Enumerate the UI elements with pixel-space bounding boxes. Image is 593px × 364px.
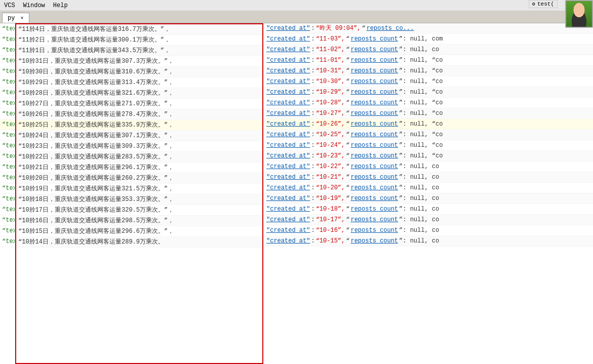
meta-key: "created_at" <box>266 215 310 225</box>
table-row: “10朎26日，重庆轨道交通线网客运量278.4万乘次。”， <box>16 109 262 120</box>
key-cell: “text”: <box>0 34 15 45</box>
table-row: "created_at": “昨天 09:04”, “ reposts_co..… <box>265 23 593 34</box>
menu-window[interactable]: Window <box>23 2 45 9</box>
null-value: ”: null, “co <box>399 119 443 129</box>
null-value: ”: null, co <box>399 215 439 225</box>
reposts-key: reposts_count <box>350 183 398 193</box>
reposts-key: reposts_count <box>350 98 398 108</box>
table-row: "created_at": “10-19”, “ reposts_count”:… <box>265 193 593 204</box>
date-value: “10-21”, <box>316 172 345 182</box>
key-cell: “text”: <box>0 56 15 66</box>
table-row: "created_at": “10-20”, “ reposts_count”:… <box>265 183 593 193</box>
key-cell: “text”: <box>0 130 15 141</box>
table-row: "created_at": “10-27”, “ reposts_count”:… <box>265 108 593 119</box>
table-row: "created_at": “11-03”, “ reposts_count”:… <box>265 34 593 45</box>
table-row: "created_at": “10-28”, “ reposts_count”:… <box>265 98 593 108</box>
meta-key: "created_at" <box>266 140 310 150</box>
app-window: VCS Window Help ⚙ test( py × “text”:“tex… <box>0 0 593 364</box>
reposts-key: reposts_count <box>350 193 398 204</box>
meta-key: "created_at" <box>266 151 310 161</box>
date-value: “10-16”, <box>316 225 345 235</box>
table-row: "created_at": “10-26”, “ reposts_count”:… <box>265 119 593 130</box>
meta-key: "created_at" <box>266 45 310 55</box>
null-value: ”: null, co <box>399 193 439 204</box>
meta-key: "created_at" <box>266 225 310 235</box>
left-data-items: “11朎4日，重庆轨道交通线网客运量316.7万乘次。”，“11朎2日，重庆轨道… <box>16 24 262 248</box>
table-row: “10朎15日，重庆轨道交通线网客运量296.6万乘次。”， <box>16 226 262 237</box>
key-column-items: “text”:“text”:“text”:“text”:“text”:“text… <box>0 24 15 247</box>
key-cell: “text”: <box>0 215 15 226</box>
tab-py[interactable]: py × <box>2 13 29 23</box>
reposts-key: reposts_count <box>350 215 398 225</box>
tab-close-icon[interactable]: × <box>21 16 24 21</box>
reposts-key: reposts_count <box>350 140 398 150</box>
reposts-key: reposts_count <box>350 34 398 44</box>
key-cell: “text”: <box>0 205 15 215</box>
meta-key: "created_at" <box>266 87 310 97</box>
table-row: “10朎20日，重庆轨道交通线网客运量260.2万乘次。”， <box>16 173 262 184</box>
table-row: “11朎1日，重庆轨道交通线网客运量343.5万乘次。”， <box>16 46 262 56</box>
date-value: “11-02”, <box>316 45 345 55</box>
user-label: test( <box>537 1 554 7</box>
table-row: “10朎25日，重庆轨道交通线网客运量335.9万乘次。”， <box>16 120 262 131</box>
null-value: ”: null, “co <box>399 98 443 108</box>
table-row: "created_at": “10-31”, “ reposts_count”:… <box>265 66 593 76</box>
key-cell: “text”: <box>0 98 15 109</box>
meta-key: "created_at" <box>266 161 310 172</box>
key-cell: “text”: <box>0 45 15 56</box>
reposts-key: reposts_count <box>350 55 398 65</box>
reposts-key: reposts_count <box>350 161 398 172</box>
meta-key: "created_at" <box>266 108 310 118</box>
table-row: “10朎18日，重庆轨道交通线网客运量353.3万乘次。”， <box>16 194 262 205</box>
table-row: “10朎22日，重庆轨道交通线网客运量283.5万乘次。”， <box>16 152 262 163</box>
reposts-key: reposts_count <box>350 87 398 97</box>
key-column: “text”:“text”:“text”:“text”:“text”:“text… <box>0 23 15 364</box>
reposts-key: reposts_count <box>350 108 398 118</box>
key-cell: “text”: <box>0 226 15 236</box>
null-value: ”: null, com <box>399 34 443 44</box>
key-cell: “text”: <box>0 141 15 151</box>
table-row: "created_at": “11-02”, “ reposts_count”:… <box>265 45 593 55</box>
table-row: "created_at": “10-25”, “ reposts_count”:… <box>265 130 593 140</box>
menu-help[interactable]: Help <box>53 2 68 9</box>
date-value: “10-15”, <box>316 236 345 246</box>
table-row: “10朎24日，重庆轨道交通线网客运量307.1万乘次。”， <box>16 131 262 141</box>
reposts-key: reposts_co... <box>367 23 414 33</box>
table-row: "created_at": “10-30”, “ reposts_count”:… <box>265 76 593 87</box>
meta-key: "created_at" <box>266 193 310 204</box>
reposts-key: reposts_count <box>350 236 398 246</box>
table-row: “11朎2日，重庆轨道交通线网客运量300.1万乘次。”， <box>16 35 262 46</box>
date-value: “10-20”, <box>316 183 345 193</box>
date-value: “10-30”, <box>316 76 345 87</box>
right-data-items: "created_at": “昨天 09:04”, “ reposts_co..… <box>265 23 593 247</box>
meta-key: "created_at" <box>266 183 310 193</box>
menu-vcs[interactable]: VCS <box>4 2 15 9</box>
null-value: ”: null, “co <box>399 130 443 140</box>
reposts-key: reposts_count <box>350 172 398 182</box>
null-value: ”: null, co <box>399 161 439 172</box>
reposts-key: reposts_count <box>350 66 398 76</box>
table-row: “10朎31日，重庆轨道交通线网客运量307.3万乘次。”， <box>16 56 262 67</box>
null-value: ”: null, co <box>399 225 439 235</box>
meta-key: "created_at" <box>266 119 310 129</box>
right-panel: "created_at": “昨天 09:04”, “ reposts_co..… <box>263 23 593 364</box>
date-value: “10-29”, <box>316 87 345 97</box>
table-row: "created_at": “10-21”, “ reposts_count”:… <box>265 172 593 183</box>
tab-bar: py × <box>0 11 593 23</box>
null-value: ”: null, “co <box>399 140 443 150</box>
table-row: "created_at": “10-29”, “ reposts_count”:… <box>265 87 593 98</box>
reposts-key: reposts_count <box>350 130 398 140</box>
table-row: "created_at": “10-22”, “ reposts_count”:… <box>265 161 593 172</box>
key-cell: “text”: <box>0 236 15 247</box>
table-row: "created_at": “10-17”, “ reposts_count”:… <box>265 215 593 225</box>
reposts-key: reposts_count <box>350 225 398 235</box>
null-value: ”: null, “co <box>399 151 443 161</box>
table-row: "created_at": “11-01”, “ reposts_count”:… <box>265 55 593 66</box>
reposts-key: reposts_count <box>350 204 398 214</box>
meta-key: "created_at" <box>266 23 310 33</box>
table-row: “10朎29日，重庆轨道交通线网客运量313.4万乘次。”， <box>16 77 262 88</box>
table-row: “10朎27日，重庆轨道交通线网客运量271.0万乘次。”， <box>16 99 262 109</box>
table-row: "created_at": “10-24”, “ reposts_count”:… <box>265 140 593 151</box>
reposts-key: reposts_count <box>350 119 398 129</box>
null-value: ”: null, co <box>399 45 439 55</box>
